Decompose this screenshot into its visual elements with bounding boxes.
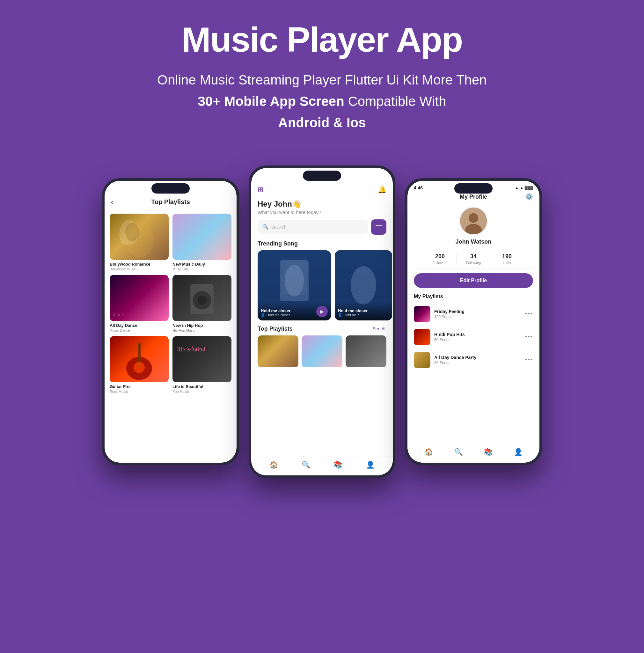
bp-img-3 — [346, 335, 387, 367]
life-name: Life is Beautiful — [172, 384, 231, 389]
right-nav-home-icon[interactable]: 🏠 — [424, 448, 433, 456]
following-label: Following — [457, 261, 490, 265]
filter-line-1 — [376, 225, 382, 226]
trending-card-1[interactable]: Hold me closer 👤 Hold me closer ▶ — [257, 250, 331, 320]
life-sub: Pop Music — [172, 390, 231, 393]
center-notch — [303, 171, 341, 181]
friday-info: Friday Feeling 120 Songs — [434, 309, 521, 319]
followers-label: Followers — [423, 261, 456, 265]
more-dots-dance[interactable]: ••• — [525, 357, 533, 363]
right-nav-search-icon[interactable]: 🔍 — [454, 448, 463, 456]
playlist-card-life[interactable]: Life is Beautiful Pop Music — [172, 336, 231, 393]
avatar — [459, 207, 488, 235]
grid-icon[interactable]: ⊞ — [257, 186, 263, 194]
search-placeholder-text: search — [271, 224, 287, 230]
edit-profile-button[interactable]: Edit Profile — [414, 273, 533, 288]
bollywood-name: Bollywood Romance — [110, 262, 169, 267]
trending-card-2[interactable]: Hold me closer 👤 Hold me c... — [335, 250, 392, 320]
search-icon: 🔍 — [263, 224, 269, 230]
my-playlists-title: My Playlists — [407, 292, 540, 303]
nav-search-icon[interactable]: 🔍 — [302, 461, 310, 469]
hindi-name: Hindi Pop Hits — [434, 332, 521, 337]
avatar-wrap — [407, 207, 540, 235]
stat-following: 34 Following — [457, 253, 490, 265]
trending-overlay-2: Hold me closer 👤 Hold me c... — [335, 302, 392, 320]
see-all-link[interactable]: See All — [372, 326, 387, 331]
nav-home-icon[interactable]: 🏠 — [269, 461, 278, 469]
profile-name: John Watson — [407, 239, 540, 245]
more-dots-hindi[interactable]: ••• — [525, 334, 533, 340]
bell-icon[interactable]: 🔔 — [378, 186, 387, 194]
bp-card-1[interactable] — [257, 335, 298, 367]
svg-point-12 — [351, 266, 376, 305]
playlist-item-dance[interactable]: All Day Dance Party 30 Songs ••• — [407, 348, 540, 371]
left-phone-screen: ‹ Top Playlists Bollywood Romance Bollyw… — [104, 181, 237, 463]
right-bottom-nav: 🏠 🔍 📚 👤 — [407, 444, 540, 463]
right-nav-profile-icon[interactable]: 👤 — [514, 448, 523, 456]
friday-songs: 120 Songs — [434, 315, 521, 319]
bollywood-img — [110, 214, 169, 260]
trending-song-sub-2: 👤 Hold me c... — [338, 313, 389, 317]
profile-title: My Profile — [460, 194, 487, 200]
user-icon-2: 👤 — [338, 313, 342, 317]
dance-thumb — [414, 352, 430, 368]
status-icons: ▲ ▲ ▓▓▓ — [515, 186, 533, 190]
top-playlists-header: Top Playlists See All — [251, 320, 393, 335]
newmusic-sub: Music Hits — [172, 267, 231, 271]
playlist-card-newmusic[interactable]: New Music Daily Music Hits — [172, 214, 231, 271]
center-phone-screen: ⊞ 🔔 Hey John👋 What you want to here toda… — [251, 168, 393, 476]
filter-line-2 — [376, 228, 382, 228]
guitar-name: Guitar Fire — [110, 384, 169, 389]
center-bottom-nav: 🏠 🔍 📚 👤 — [251, 457, 393, 476]
svg-point-14 — [469, 213, 478, 222]
hiphop-name: New in Hip Hop — [172, 323, 231, 328]
more-dots-friday[interactable]: ••• — [525, 311, 533, 317]
nav-profile-icon[interactable]: 👤 — [366, 461, 375, 469]
playlist-card-hiphop[interactable]: New in Hip Hop Hip Hop Music — [172, 275, 231, 332]
search-bar: 🔍 search — [257, 219, 387, 235]
svg-point-1 — [125, 223, 139, 241]
likes-label: Likes — [490, 261, 523, 265]
guitar-img — [110, 336, 169, 382]
right-phone-screen: 4:46 ▲ ▲ ▓▓▓ My Profile ⚙️ John Watson — [407, 181, 540, 463]
following-count: 34 — [457, 253, 490, 260]
hiphop-img — [172, 275, 231, 321]
left-phone-title: Top Playlists — [151, 198, 190, 205]
main-title: Music Player App — [157, 19, 487, 59]
right-notch — [454, 183, 493, 194]
greeting-sub: What you want to here today? — [257, 210, 387, 215]
hindi-info: Hindi Pop Hits 50 Songs — [434, 332, 521, 342]
top-playlists-title: Top Playlists — [257, 325, 293, 332]
bp-card-2[interactable] — [302, 335, 342, 367]
back-arrow-icon[interactable]: ‹ — [111, 198, 113, 205]
playlist-card-bollywood[interactable]: Bollywood Romance Bollywood Music — [110, 214, 169, 271]
newmusic-img — [172, 214, 231, 260]
bp-card-3[interactable] — [346, 335, 387, 367]
search-input-wrap[interactable]: 🔍 search — [257, 220, 368, 234]
playlist-grid: Bollywood Romance Bollywood Music New Mu… — [104, 211, 237, 397]
header-section: Music Player App Online Music Streaming … — [157, 19, 487, 134]
phones-container: ‹ Top Playlists Bollywood Romance Bollyw… — [102, 166, 542, 478]
right-phone: 4:46 ▲ ▲ ▓▓▓ My Profile ⚙️ John Watson — [405, 178, 542, 465]
settings-icon[interactable]: ⚙️ — [525, 193, 533, 200]
life-img — [172, 336, 231, 382]
followers-count: 200 — [423, 253, 456, 260]
playlist-card-dance[interactable]: All Day Dance Music Dance — [110, 275, 169, 332]
right-nav-library-icon[interactable]: 📚 — [484, 448, 493, 456]
dance-sub: Music Dance — [110, 329, 169, 332]
bottom-playlists — [251, 335, 393, 367]
svg-point-10 — [285, 265, 304, 296]
nav-library-icon[interactable]: 📚 — [334, 461, 342, 469]
stat-followers: 200 Followers — [423, 253, 456, 265]
playlist-card-guitar[interactable]: Guitar Fire Rock Music — [110, 336, 169, 393]
greeting-name: Hey John👋 — [257, 200, 387, 209]
filter-button[interactable] — [371, 219, 387, 235]
bp-img-2 — [302, 335, 342, 367]
dance-info: All Day Dance Party 30 Songs — [434, 355, 521, 365]
playlist-item-friday[interactable]: Friday Feeling 120 Songs ••• — [407, 303, 540, 325]
user-icon: 👤 — [261, 313, 265, 317]
play-button-1[interactable]: ▶ — [316, 306, 328, 317]
hindi-songs: 50 Songs — [434, 338, 521, 342]
playlist-item-hindi[interactable]: Hindi Pop Hits 50 Songs ••• — [407, 325, 540, 348]
friday-thumb — [414, 306, 430, 322]
